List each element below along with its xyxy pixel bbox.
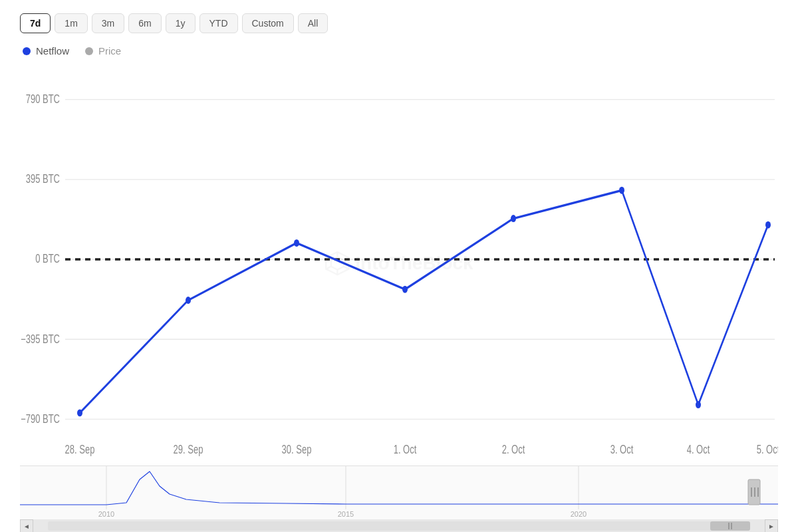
time-btn-all[interactable]: All xyxy=(298,13,329,33)
scrollbar-thumb[interactable] xyxy=(710,521,750,531)
svg-text:0 BTC: 0 BTC xyxy=(35,253,60,265)
svg-point-33 xyxy=(696,401,701,408)
svg-point-27 xyxy=(77,409,82,416)
svg-rect-35 xyxy=(20,466,778,519)
svg-point-30 xyxy=(402,286,408,293)
time-btn-6m[interactable]: 6m xyxy=(128,13,161,33)
chart-legend: Netflow Price xyxy=(20,45,778,57)
time-range-bar: 7d1m3m6m1yYTDCustomAll xyxy=(20,13,778,33)
legend-netflow: Netflow xyxy=(23,45,69,57)
price-dot xyxy=(85,47,93,55)
svg-point-28 xyxy=(186,297,191,304)
time-btn-custom[interactable]: Custom xyxy=(242,13,294,33)
time-btn-7d[interactable]: 7d xyxy=(20,13,51,33)
svg-text:−395 BTC: −395 BTC xyxy=(21,332,60,345)
svg-text:28. Sep: 28. Sep xyxy=(65,443,95,456)
mini-chart-container: 2010 2015 2020 ◄ xyxy=(20,466,778,532)
legend-price: Price xyxy=(85,45,121,57)
scrollbar[interactable]: ◄ ► xyxy=(20,519,778,532)
svg-text:2020: 2020 xyxy=(571,510,587,518)
scroll-left-arrow[interactable]: ◄ xyxy=(20,519,33,532)
svg-text:3. Oct: 3. Oct xyxy=(610,443,634,456)
price-label: Price xyxy=(98,45,121,57)
time-btn-ytd[interactable]: YTD xyxy=(200,13,238,33)
svg-text:29. Sep: 29. Sep xyxy=(174,443,203,456)
svg-text:4. Oct: 4. Oct xyxy=(687,443,710,456)
scroll-right-arrow[interactable]: ► xyxy=(765,519,778,532)
scrollbar-track xyxy=(48,521,750,531)
mini-chart-svg: 2010 2015 2020 xyxy=(20,466,778,519)
main-container: 7d1m3m6m1yYTDCustomAll Netflow Price xyxy=(0,0,798,532)
scrollbar-handle-1 xyxy=(728,523,730,529)
main-chart-container: IntoTheBlock 790 BTC 395 BTC 0 BTC −395 … xyxy=(20,63,778,463)
time-btn-1m[interactable]: 1m xyxy=(55,13,87,33)
time-btn-1y[interactable]: 1y xyxy=(166,13,196,33)
svg-point-34 xyxy=(765,221,771,229)
svg-text:790 BTC: 790 BTC xyxy=(26,92,60,105)
chart-wrapper: IntoTheBlock 790 BTC 395 BTC 0 BTC −395 … xyxy=(20,63,778,532)
netflow-dot xyxy=(23,47,31,55)
svg-text:2010: 2010 xyxy=(98,510,114,518)
time-btn-3m[interactable]: 3m xyxy=(92,13,124,33)
svg-text:395 BTC: 395 BTC xyxy=(26,172,60,185)
svg-text:30. Sep: 30. Sep xyxy=(282,443,312,456)
netflow-label: Netflow xyxy=(36,45,69,57)
svg-text:2015: 2015 xyxy=(338,510,354,518)
svg-point-29 xyxy=(294,239,299,247)
svg-text:1. Oct: 1. Oct xyxy=(394,443,417,456)
svg-text:−790 BTC: −790 BTC xyxy=(21,412,60,425)
scrollbar-handle-2 xyxy=(731,523,732,529)
svg-text:5. Oct: 5. Oct xyxy=(757,443,778,456)
svg-text:2. Oct: 2. Oct xyxy=(502,443,525,456)
main-chart-svg: 790 BTC 395 BTC 0 BTC −395 BTC −790 BTC … xyxy=(20,63,778,463)
svg-point-32 xyxy=(619,187,624,194)
svg-point-31 xyxy=(511,215,516,222)
